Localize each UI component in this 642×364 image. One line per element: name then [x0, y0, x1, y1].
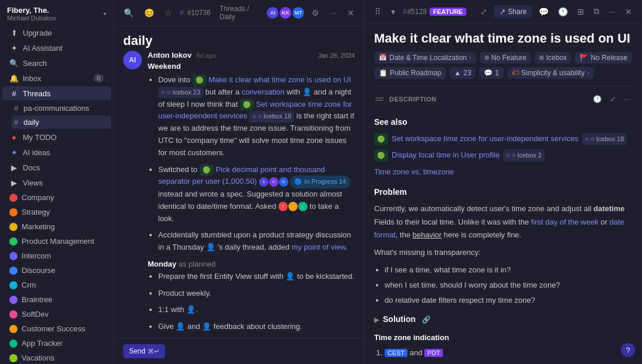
- meta-comments[interactable]: 💬 1: [479, 67, 504, 79]
- sidebar-item-label: Views: [23, 178, 43, 187]
- marketing-icon: [9, 223, 18, 231]
- settings-button[interactable]: ⚙: [309, 6, 322, 19]
- sidebar-item-inbox[interactable]: 🔔 Inbox 6: [2, 71, 111, 85]
- see-also-link[interactable]: Set workspace time zone for user-indepen…: [392, 132, 578, 145]
- more-button[interactable]: ···: [327, 6, 340, 19]
- sidebar-item-app-tracker[interactable]: App Tracker: [2, 337, 111, 350]
- upgrade-icon: ⬆: [9, 28, 19, 37]
- transparency-item: if I see a time, what time zone is it in…: [385, 264, 633, 276]
- issue-status-badge: 🟢: [374, 133, 388, 145]
- close-button[interactable]: ✕: [344, 6, 357, 19]
- sidebar-item-softdev[interactable]: SoftDev: [2, 307, 111, 321]
- see-also-link2[interactable]: Display local time in User profile: [392, 149, 500, 162]
- meta-votes-count: 23: [463, 69, 471, 77]
- thread-title: daily: [114, 26, 364, 51]
- history-button[interactable]: 🕐: [590, 93, 605, 105]
- header-actions: ⤢ ↗ Share 💬 🕐 ⊞ ⧉ ··· ✕: [477, 5, 635, 18]
- chat-button[interactable]: 💬: [536, 5, 552, 18]
- layout-button[interactable]: ⊞: [574, 5, 587, 18]
- sidebar-item-marketing[interactable]: Marketing: [2, 220, 111, 233]
- sidebar-item-upgrade[interactable]: ⬆ Upgrade: [2, 26, 111, 40]
- sidebar-header[interactable]: Fibery, The. Michael Dubakov ▾: [0, 0, 113, 25]
- app-tracker-icon: [9, 340, 18, 348]
- meta-label: Public Roadmap: [390, 69, 441, 77]
- send-label: Send: [129, 347, 145, 355]
- ai-ideas-icon: ✦: [9, 148, 19, 157]
- sidebar-item-label: Intercom: [22, 251, 51, 260]
- sidebar-item-braintree[interactable]: Braintree: [2, 293, 111, 306]
- sidebar-item-docs[interactable]: ▶ Docs: [2, 160, 111, 174]
- meta-public-roadmap[interactable]: 📋 Public Roadmap: [374, 67, 446, 79]
- issue-link[interactable]: Make it clear what time zone is used on …: [208, 75, 351, 84]
- search-button[interactable]: 🔍: [121, 6, 137, 19]
- clock-button[interactable]: 🕐: [555, 5, 571, 18]
- sidebar-item-my-todo[interactable]: ● My TODO: [2, 130, 111, 144]
- sidebar-item-ai-assistant[interactable]: ✦ AI Assistant: [2, 41, 111, 55]
- more-desc-button[interactable]: ···: [621, 93, 633, 105]
- first-day-link[interactable]: first day of the week: [531, 218, 599, 226]
- drag-handle[interactable]: ⠿: [372, 5, 383, 18]
- issue-status-badge: 🟢: [374, 149, 388, 162]
- emoji-button[interactable]: 😊: [141, 6, 157, 19]
- views-icon: ▶: [9, 178, 19, 187]
- meta-label: Icebox: [546, 54, 567, 62]
- meta-no-release[interactable]: 🚩 No Release: [575, 52, 632, 64]
- sidebar-item-customer-success[interactable]: Customer Success: [2, 322, 111, 335]
- message-section-title: Weekend: [148, 62, 355, 71]
- sidebar-item-label: Threads: [23, 89, 51, 98]
- avatar: J: [288, 202, 298, 211]
- sidebar-item-daily[interactable]: # daily: [12, 116, 111, 129]
- close-button[interactable]: ✕: [622, 5, 635, 18]
- share-button[interactable]: ↗ Share: [494, 5, 532, 18]
- sidebar-item-pa-communications[interactable]: # pa-communications: [12, 102, 111, 115]
- hash-icon: #: [403, 8, 407, 16]
- vacations-icon: [9, 354, 18, 362]
- pdt-badge: PDT: [424, 349, 443, 357]
- tag-icon: 🏷: [512, 69, 519, 77]
- threads-icon: #: [9, 89, 19, 98]
- help-button[interactable]: ?: [621, 343, 635, 357]
- meta-icebox[interactable]: Icebox: [535, 52, 571, 64]
- see-also-link3[interactable]: Time zone vs. timezone: [374, 166, 454, 178]
- sidebar-item-strategy[interactable]: Strategy: [2, 205, 111, 219]
- drag-handle[interactable]: [374, 95, 385, 103]
- sidebar-item-company[interactable]: Company: [2, 191, 111, 204]
- send-button[interactable]: Send ⌘↵: [123, 344, 165, 358]
- meta-votes[interactable]: ▲ 23: [449, 67, 476, 79]
- breadcrumb-path: Threads / Daily: [219, 5, 262, 21]
- discourse-icon: [9, 267, 18, 275]
- copy-button[interactable]: ⧉: [591, 5, 602, 18]
- conversation-link[interactable]: conversation: [242, 88, 285, 96]
- collapse-button[interactable]: ▾: [388, 5, 398, 18]
- message-body: Dove into 🟢 Make it clear what time zone…: [148, 74, 355, 333]
- cest-badge: CEST: [385, 349, 407, 357]
- expand-button[interactable]: ⤢: [477, 5, 490, 18]
- solution-link-button[interactable]: 🔗: [419, 314, 434, 326]
- share-icon: ↗: [500, 8, 505, 16]
- sidebar-item-threads[interactable]: # Threads: [2, 86, 111, 100]
- point-of-view-link[interactable]: my point of view: [292, 243, 346, 251]
- chevron-right-icon: ›: [587, 69, 589, 77]
- sidebar-item-intercom[interactable]: Intercom: [2, 249, 111, 262]
- star-button[interactable]: ☆: [162, 6, 175, 19]
- transparency-item: do relative date filters respect my time…: [385, 294, 633, 307]
- meta-no-feature[interactable]: No Feature: [480, 52, 531, 64]
- calendar-icon: 📅: [379, 54, 387, 61]
- sidebar-item-discourse[interactable]: Discourse: [2, 264, 111, 277]
- sidebar-item-search[interactable]: 🔍 Search: [2, 56, 111, 70]
- expand-desc-button[interactable]: ⤢: [607, 93, 619, 105]
- meta-simplicity[interactable]: 🏷 Simplicity & usability ›: [507, 67, 594, 79]
- sidebar-item-product-management[interactable]: Product Management: [2, 235, 111, 248]
- sidebar-item-ai-ideas[interactable]: ✦ AI ideas: [2, 145, 111, 159]
- status-badge2: ○ ○ Icebox 18: [249, 111, 294, 123]
- meta-date-time[interactable]: 📅 Date & Time Localization ›: [374, 52, 476, 64]
- sidebar-item-label: My TODO: [23, 133, 57, 142]
- sidebar-item-crm[interactable]: Crm: [2, 278, 111, 292]
- more-button[interactable]: ···: [606, 5, 619, 18]
- sidebar-item-label: SoftDev: [22, 310, 48, 318]
- sidebar-item-vacations[interactable]: Vacations: [2, 351, 111, 364]
- and-separator: and: [410, 348, 424, 357]
- sidebar-item-views[interactable]: ▶ Views: [2, 176, 111, 190]
- avatar: A: [259, 177, 268, 187]
- send-shortcut: ⌘↵: [148, 348, 159, 355]
